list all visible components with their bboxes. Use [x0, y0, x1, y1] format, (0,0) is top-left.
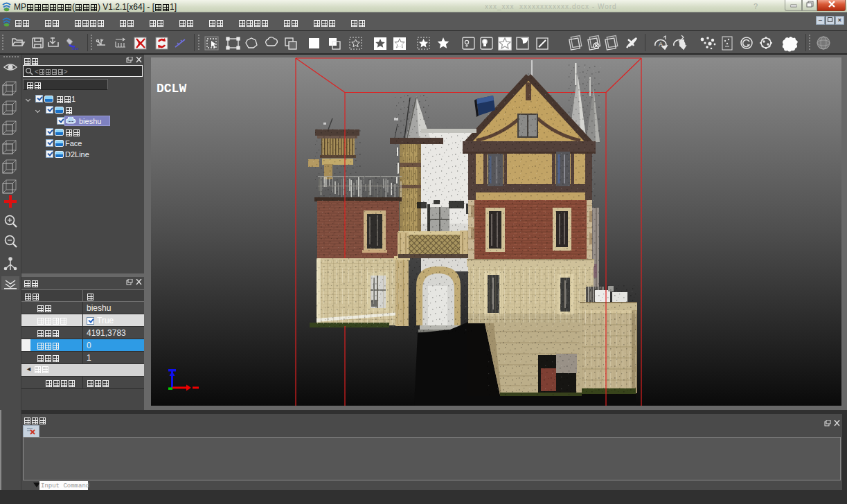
- svg-text:blue: blue: [72, 46, 79, 51]
- svg-text:A: A: [659, 41, 663, 48]
- svg-text:DCLW: DCLW: [157, 82, 186, 96]
